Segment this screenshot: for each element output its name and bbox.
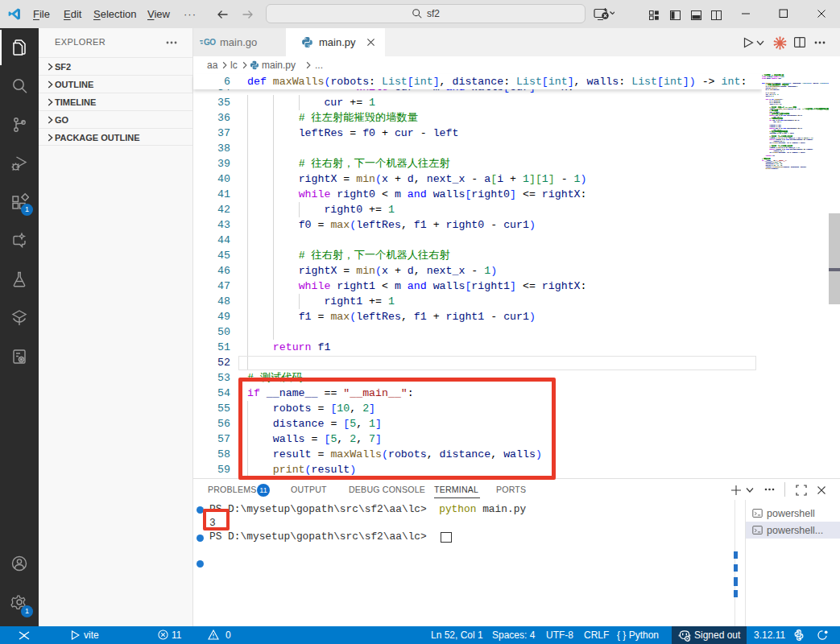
svg-text:GO: GO [204,38,216,47]
